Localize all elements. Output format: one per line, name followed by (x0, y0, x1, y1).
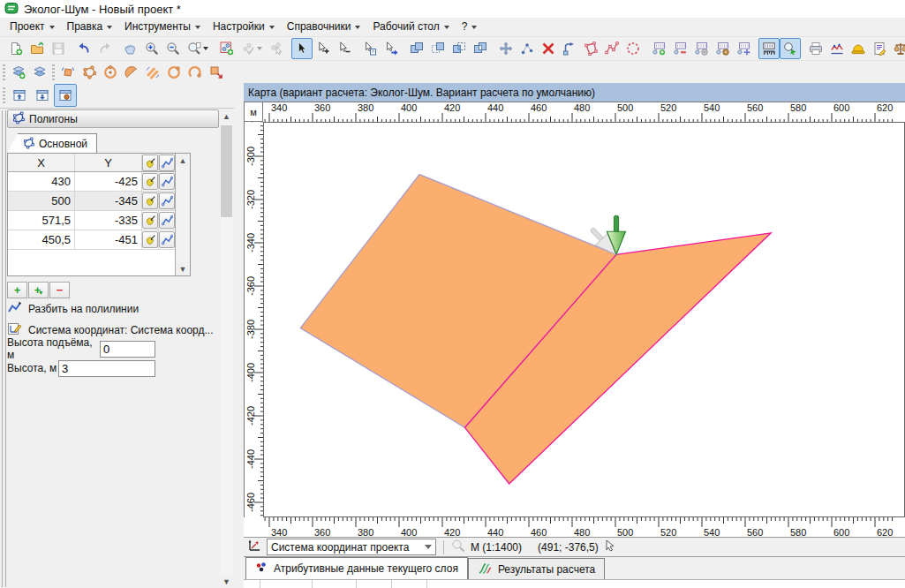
menu-item-6[interactable]: Рабочий стол (366, 19, 455, 35)
window-down-button[interactable] (31, 84, 54, 107)
subtract-button[interactable] (427, 38, 449, 59)
split-polyline-link[interactable]: Разбить на полилинии (7, 301, 139, 317)
table-scroll-up-icon[interactable]: ▲ (176, 154, 190, 167)
pick-on-map-button[interactable] (142, 173, 158, 190)
transform-button[interactable] (559, 38, 580, 59)
cell-x[interactable]: 500 (8, 192, 75, 210)
add-rows-button[interactable]: +▾ (28, 282, 49, 298)
remove-row-button[interactable]: − (49, 282, 70, 298)
draw-polygon-button[interactable] (580, 38, 601, 59)
main-toolbar (0, 37, 905, 60)
new-project-button[interactable] (5, 38, 26, 59)
source-lines-button[interactable] (142, 62, 163, 83)
source-sector-button[interactable] (121, 62, 142, 83)
menu-item-2[interactable]: Правка (61, 19, 119, 35)
edit-vertex-button[interactable] (159, 212, 175, 229)
menu-item-3[interactable]: Инструменты (118, 19, 207, 35)
pick-on-map-header-icon[interactable] (142, 155, 158, 171)
source-box-button[interactable] (57, 62, 79, 83)
edit-vertex-button[interactable] (159, 173, 175, 190)
zoom-in-button[interactable] (141, 38, 162, 59)
scroll-thumb[interactable] (221, 125, 232, 217)
calc-point-remove-button[interactable] (669, 38, 690, 59)
move-object-button[interactable] (381, 38, 402, 59)
cell-x[interactable]: 571,5 (8, 211, 75, 230)
zoom-object-button[interactable] (780, 38, 801, 59)
cell-y[interactable]: -451 (75, 230, 142, 249)
window-up-button[interactable] (8, 84, 31, 107)
open-project-button[interactable] (26, 38, 48, 59)
layers-button[interactable] (29, 62, 50, 83)
panel-scrollbar[interactable]: ▲ ▼ (220, 109, 233, 588)
bottom-tab-strip: Атрибутивные данные текущего слоя Резуль… (244, 556, 905, 579)
calc-point-load-button[interactable] (712, 38, 733, 59)
chevron-down-icon (425, 545, 432, 549)
source-polygon-button[interactable] (79, 62, 100, 83)
undo-button[interactable] (73, 38, 94, 59)
pick-on-map-button[interactable] (142, 212, 158, 229)
add-object-button[interactable] (216, 38, 238, 59)
scroll-down-icon[interactable]: ▼ (220, 575, 233, 588)
menu-item-7[interactable]: ? (456, 19, 484, 35)
copy-object-button[interactable] (359, 38, 381, 59)
draw-circle-button[interactable] (622, 38, 644, 59)
intersect-button[interactable] (449, 38, 470, 59)
window-current-button[interactable] (54, 84, 77, 107)
calc-point-save-button[interactable] (690, 38, 712, 59)
save-button (48, 38, 69, 59)
cell-x[interactable]: 430 (8, 172, 75, 191)
edit-nodes-button[interactable] (517, 38, 538, 59)
column-header-x[interactable]: X (8, 154, 75, 171)
source-circle-dot-button[interactable] (100, 62, 121, 83)
noise-chart-button[interactable] (826, 38, 848, 59)
pan-button[interactable] (120, 38, 141, 59)
menu-item-5[interactable]: Справочники (281, 19, 367, 35)
cell-y[interactable]: -345 (75, 192, 142, 210)
edit-vertex-header-icon[interactable] (159, 155, 175, 171)
ruler-grid-button[interactable] (758, 38, 780, 59)
zoom-history-button[interactable] (184, 38, 212, 59)
draw-polyline-button[interactable] (601, 38, 622, 59)
zoom-out-button[interactable] (162, 38, 184, 59)
source-circle-button[interactable] (163, 62, 185, 83)
delete-button[interactable] (538, 38, 559, 59)
panel-grip[interactable] (2, 110, 6, 587)
print-button[interactable] (805, 38, 826, 59)
menu-item-4[interactable]: Настройки (207, 19, 281, 35)
scroll-up-icon[interactable]: ▲ (220, 109, 233, 124)
map-canvas[interactable] (263, 122, 905, 517)
scales-button[interactable] (890, 38, 905, 59)
coord-system-select[interactable]: Система координат проекта (267, 539, 436, 555)
calc-point-add-button[interactable] (648, 38, 669, 59)
edit-vertex-button[interactable] (159, 231, 175, 248)
select-add-button[interactable] (313, 38, 334, 59)
add-row-button[interactable]: + (7, 282, 27, 298)
cell-y[interactable]: -425 (75, 172, 142, 191)
expert-button[interactable] (848, 38, 869, 59)
calc-point-move-button[interactable] (733, 38, 754, 59)
pick-on-map-button[interactable] (142, 192, 158, 209)
cell-y[interactable]: -335 (75, 211, 142, 230)
edit-vertex-button[interactable] (159, 192, 175, 209)
table-scrollbar[interactable]: ▲ ▼ (175, 154, 190, 275)
lift-height-input[interactable] (100, 341, 155, 358)
pick-on-map-button[interactable] (142, 231, 158, 248)
tab-main[interactable]: Основной (7, 133, 97, 154)
move-nodes-button[interactable] (495, 38, 517, 59)
union-button[interactable] (406, 38, 427, 59)
cell-x[interactable]: 450,5 (8, 230, 75, 249)
menu-item-1[interactable]: Проект (4, 19, 61, 35)
tab-calc-results[interactable]: Результаты расчета (468, 558, 605, 579)
column-header-y[interactable]: Y (75, 154, 142, 171)
source-arc-button[interactable] (185, 62, 206, 83)
tab-attribute-data[interactable]: Атрибутивные данные текущего слоя (245, 557, 468, 579)
report-button[interactable] (869, 38, 890, 59)
table-scroll-down-icon[interactable]: ▼ (176, 262, 190, 275)
add-layer-button[interactable] (8, 62, 29, 83)
height-input[interactable] (58, 360, 155, 377)
select-remove-button[interactable] (334, 38, 355, 59)
ruler-label: 600 (833, 527, 849, 538)
source-move-button[interactable] (206, 62, 227, 83)
xor-button[interactable] (470, 38, 491, 59)
select-button[interactable] (291, 38, 313, 59)
